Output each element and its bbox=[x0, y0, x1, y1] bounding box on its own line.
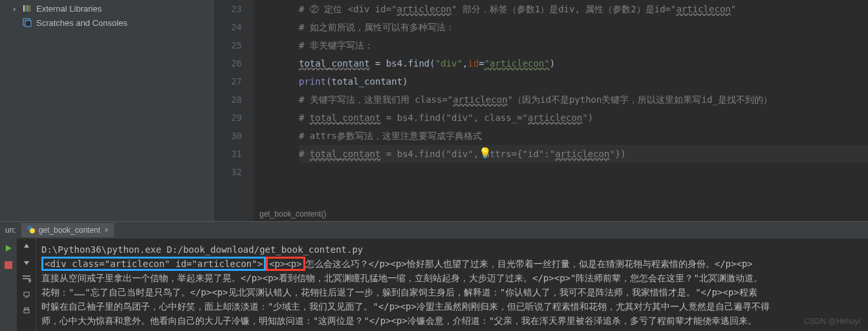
console-line: 直接从空间戒子里拿出一个信物，举起来晃了晃。</p><p>看到信物，北冥渊瞳孔猛… bbox=[41, 271, 863, 285]
highlight-red: <p><p> bbox=[266, 257, 305, 271]
console-line: 师，心中大为惊喜和意外。他看向自己的大儿子冷镰，明知故问道："这两位是？"</p… bbox=[41, 314, 863, 328]
run-label: un: bbox=[4, 226, 21, 235]
rerun-button[interactable] bbox=[3, 242, 14, 254]
run-left-toolbar bbox=[0, 239, 17, 331]
scratches-icon bbox=[22, 17, 32, 28]
svg-rect-0 bbox=[23, 5, 25, 12]
project-tree: › External Libraries Scratches and Conso… bbox=[0, 0, 213, 221]
line-number: 27 bbox=[213, 72, 242, 91]
print-button[interactable] bbox=[23, 307, 30, 317]
svg-rect-11 bbox=[24, 310, 29, 313]
scratches-node[interactable]: Scratches and Consoles bbox=[0, 16, 213, 30]
line-number: 25 bbox=[213, 36, 242, 54]
line-number: 31 bbox=[213, 145, 242, 163]
run-tab[interactable]: get_book_content × bbox=[21, 223, 114, 237]
svg-rect-3 bbox=[29, 5, 30, 12]
svg-rect-9 bbox=[5, 261, 12, 269]
code-content[interactable]: # ② 定位 <div id="articlecon" 部分，标签（参数1）是d… bbox=[254, 0, 868, 221]
breadcrumb[interactable]: get_book_content() bbox=[255, 207, 330, 221]
library-icon bbox=[22, 3, 32, 14]
line-number: 24 bbox=[213, 18, 242, 36]
python-file-icon bbox=[27, 225, 36, 236]
up-button[interactable] bbox=[23, 242, 30, 252]
console-line: 时躲在自己袖子里的鸟团子，心中好笑，面上却淡淡道："少域主，我们又见面了。"</… bbox=[41, 299, 863, 314]
svg-rect-12 bbox=[25, 308, 28, 310]
tree-label: External Libraries bbox=[36, 4, 102, 14]
line-gutter: 23 24 25 26 27 28 29 30 31 32 bbox=[213, 0, 254, 221]
line-number: 28 bbox=[213, 91, 242, 109]
line-number: 30 bbox=[213, 127, 242, 145]
svg-marker-8 bbox=[6, 245, 12, 251]
close-icon[interactable]: × bbox=[104, 226, 109, 235]
line-number: 29 bbox=[213, 109, 242, 127]
external-libraries-node[interactable]: › External Libraries bbox=[0, 1, 213, 16]
watermark: CSDN @Hehuyi bbox=[804, 317, 860, 326]
svg-rect-1 bbox=[25, 5, 27, 12]
console-output[interactable]: D:\Python36\python.exe D:/book_download/… bbox=[36, 239, 868, 331]
svg-rect-5 bbox=[25, 21, 31, 27]
stop-button[interactable] bbox=[3, 259, 14, 271]
run-inner-toolbar bbox=[17, 239, 36, 331]
highlight-blue: <div class="articlecon" id="articlecon"> bbox=[41, 257, 266, 271]
lightbulb-icon[interactable]: 💡 bbox=[479, 147, 492, 159]
soft-wrap-button[interactable] bbox=[22, 275, 31, 284]
run-tabs-bar: un: get_book_content × bbox=[0, 222, 868, 239]
down-button[interactable] bbox=[23, 259, 30, 268]
svg-rect-10 bbox=[24, 292, 29, 296]
run-tab-label: get_book_content bbox=[39, 226, 100, 235]
console-line: <div class="articlecon" id="articlecon">… bbox=[41, 257, 863, 271]
line-number: 23 bbox=[213, 0, 242, 18]
tree-label: Scratches and Consoles bbox=[36, 18, 127, 28]
svg-rect-2 bbox=[27, 5, 28, 12]
line-number: 32 bbox=[213, 163, 242, 181]
chevron-right-icon: › bbox=[13, 4, 19, 14]
line-number: 26 bbox=[213, 54, 242, 72]
run-panel: un: get_book_content × D:\Python36\pytho… bbox=[0, 221, 868, 331]
console-line: D:\Python36\python.exe D:/book_download/… bbox=[41, 242, 863, 257]
code-editor[interactable]: 23 24 25 26 27 28 29 30 31 32 💡 # ② 定位 <… bbox=[213, 0, 868, 221]
console-line: 花翎："……"忘了自己当时是只鸟了。</p><p>见北冥渊认错人，花翎往后退了一… bbox=[41, 285, 863, 299]
svg-point-7 bbox=[30, 228, 35, 233]
scroll-to-end-button[interactable] bbox=[23, 291, 30, 301]
